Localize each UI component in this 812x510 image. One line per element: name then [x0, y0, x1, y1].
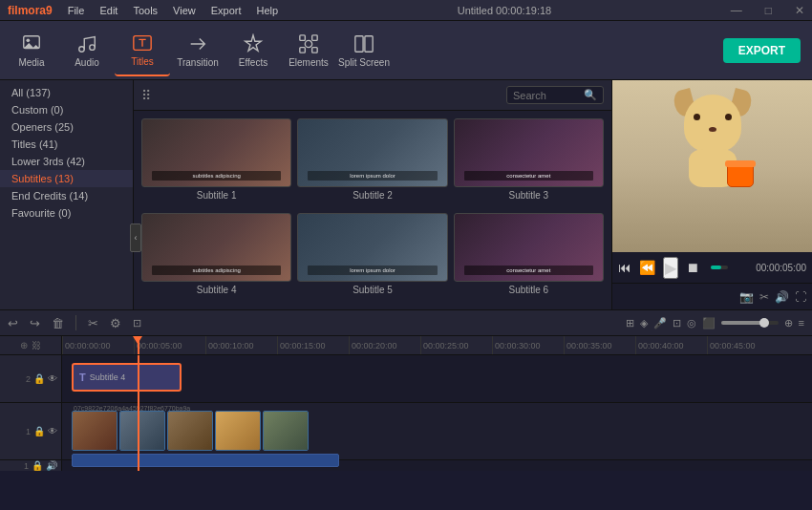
track-icon-3[interactable]: 🎤 — [653, 317, 667, 329]
trim-icon[interactable]: ✂ — [759, 290, 769, 304]
audio-track-controls: 1 🔒 🔊 — [0, 460, 61, 471]
toolbar-titles[interactable]: Titles — [115, 25, 170, 76]
video-clip[interactable] — [72, 411, 118, 451]
track-icon-1[interactable]: ⊞ — [626, 317, 634, 329]
volume-icon[interactable]: 🔊 — [775, 290, 789, 304]
menu-tools[interactable]: Tools — [133, 5, 158, 16]
progress-bar[interactable] — [711, 266, 728, 269]
list-item[interactable]: lorem ipsum dolor Subtitle 2 — [297, 118, 447, 207]
search-icon[interactable]: 🔍 — [584, 89, 597, 101]
search-input[interactable] — [513, 90, 580, 101]
link-track-icon[interactable]: ⛓ — [32, 340, 41, 351]
video-clip[interactable] — [215, 411, 261, 451]
track-icon-5[interactable]: ◎ — [687, 317, 696, 329]
audio-lock-icon[interactable]: 🔒 — [32, 460, 43, 471]
cut-button[interactable]: ✂ — [88, 316, 98, 330]
video-clip[interactable] — [119, 411, 165, 451]
track-icon-4[interactable]: ⊡ — [673, 317, 681, 329]
toolbar: Media Audio Titles Transition Effects El… — [0, 21, 812, 80]
svg-rect-7 — [300, 34, 306, 40]
ruler-mark: 00:00:15:00 — [277, 336, 349, 354]
delete-button[interactable]: 🗑 — [52, 316, 64, 330]
track1-lock-icon[interactable]: 🔒 — [33, 426, 45, 436]
close-icon[interactable]: ✕ — [795, 4, 804, 17]
split-icon[interactable]: ⊡ — [133, 317, 141, 329]
thumbnail-subtitle5[interactable]: lorem ipsum dolor — [297, 213, 447, 282]
sidebar-item-custom[interactable]: Custom (0) — [0, 101, 133, 118]
skip-back-button[interactable]: ⏮ — [618, 260, 631, 275]
maximize-icon[interactable]: □ — [765, 4, 772, 17]
list-item[interactable]: consectetur amet Subtitle 3 — [454, 118, 604, 207]
thumbnail-subtitle4[interactable]: subtitles adipiscing — [141, 213, 291, 282]
track1-visibility-icon[interactable]: 👁 — [48, 426, 57, 436]
time-display: 00:00:05:00 — [739, 263, 806, 273]
thumbnail-label: Subtitle 2 — [297, 190, 447, 201]
play-button[interactable]: ▶ — [663, 257, 678, 279]
menu-export[interactable]: Export — [211, 5, 242, 16]
sidebar-item-openers[interactable]: Openers (25) — [0, 118, 133, 136]
title-clip[interactable]: T Subtitle 4 — [72, 363, 182, 392]
list-item[interactable]: consectetur amet Subtitle 6 — [454, 213, 604, 302]
toolbar-elements[interactable]: Elements — [281, 25, 336, 76]
thumbnail-label: Subtitle 4 — [141, 285, 291, 295]
toolbar-transition[interactable]: Transition — [170, 25, 225, 76]
collapse-panel-button[interactable]: ‹ — [130, 223, 141, 252]
track2-visibility-icon[interactable]: 👁 — [48, 373, 57, 384]
add-track-icon[interactable]: ⊕ — [20, 340, 28, 351]
menu-view[interactable]: View — [173, 5, 196, 16]
menu-file[interactable]: File — [68, 5, 85, 16]
thumbnail-subtitle3[interactable]: consectetur amet — [454, 118, 604, 187]
thumbnail-subtitle2[interactable]: lorem ipsum dolor — [297, 118, 447, 187]
video-clip[interactable] — [167, 411, 213, 451]
track2-lock-icon[interactable]: 🔒 — [33, 373, 45, 384]
toolbar-media[interactable]: Media — [4, 25, 59, 76]
fullscreen-icon[interactable]: ⛶ — [795, 290, 806, 304]
audio-bar[interactable] — [72, 454, 339, 467]
main-area: All (137) Custom (0) Openers (25) Titles… — [0, 80, 812, 309]
sidebar-item-all[interactable]: All (137) — [0, 84, 133, 101]
toolbar-effects[interactable]: Effects — [225, 25, 281, 76]
app-logo: filmora9 — [8, 4, 53, 17]
menu-edit[interactable]: Edit — [99, 5, 118, 16]
thumbnail-subtitle6[interactable]: consectetur amet — [454, 213, 604, 282]
toolbar-audio[interactable]: Audio — [59, 25, 115, 76]
sidebar-item-lower3rds[interactable]: Lower 3rds (42) — [0, 153, 133, 170]
zoom-icon[interactable]: ⊕ — [784, 317, 793, 329]
thumbnail-subtitle1[interactable]: subtitles adipiscing — [141, 118, 291, 187]
video-clip[interactable] — [263, 411, 309, 451]
list-item[interactable]: lorem ipsum dolor Subtitle 5 — [297, 213, 447, 302]
ruler-mark: 00:00:30:00 — [492, 336, 564, 354]
track-icon-2[interactable]: ◈ — [640, 317, 648, 329]
video-clips-strip — [72, 411, 309, 451]
grid-view-icon[interactable]: ⠿ — [141, 88, 151, 103]
undo-button[interactable]: ↩ — [8, 316, 18, 330]
timeline-area: ⊕ ⛓ 2 🔒 👁 1 🔒 👁 1 🔒 🔊 — [0, 336, 812, 471]
export-button[interactable]: EXPORT — [723, 38, 801, 63]
sidebar-item-endcredits[interactable]: End Credits (14) — [0, 187, 133, 204]
settings-button[interactable]: ⚙ — [110, 316, 121, 330]
list-item[interactable]: subtitles adipiscing Subtitle 4 — [141, 213, 291, 302]
sidebar-item-favourite[interactable]: Favourite (0) — [0, 204, 133, 222]
menu-help[interactable]: Help — [257, 5, 279, 16]
redo-button[interactable]: ↪ — [30, 316, 40, 330]
sidebar-item-subtitles[interactable]: Subtitles (13) — [0, 170, 133, 187]
track-icon-6[interactable]: ⬛ — [702, 317, 716, 329]
audio-visibility-icon[interactable]: 🔊 — [46, 460, 57, 471]
menu-icon[interactable]: ≡ — [799, 317, 804, 329]
search-box: 🔍 — [506, 86, 604, 104]
svg-marker-2 — [24, 43, 40, 49]
list-item[interactable]: subtitles adipiscing Subtitle 1 — [141, 118, 291, 207]
toolbar-effects-label: Effects — [239, 57, 267, 68]
track2-controls: 2 🔒 👁 — [0, 355, 61, 403]
content-panel: ⠿ 🔍 subtitles adipiscing Subtitle 1 — [134, 80, 611, 309]
svg-point-3 — [79, 46, 85, 52]
speed-bar[interactable] — [721, 321, 779, 325]
timeline-ruler: 00:00:00:00 00:00:05:00 00:00:10:00 00:0… — [62, 336, 812, 355]
stop-button[interactable]: ⏹ — [686, 260, 699, 275]
minimize-icon[interactable]: — — [731, 4, 742, 17]
step-back-button[interactable]: ⏪ — [639, 260, 655, 275]
toolbar-split[interactable]: Split Screen — [336, 25, 392, 76]
sidebar-item-titles[interactable]: Titles (41) — [0, 136, 133, 153]
snapshot-icon[interactable]: 📷 — [739, 290, 754, 304]
svg-rect-11 — [355, 35, 363, 52]
